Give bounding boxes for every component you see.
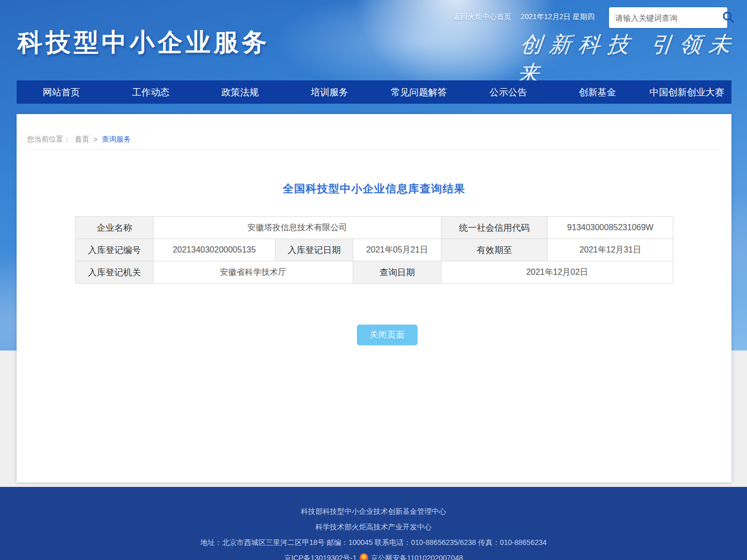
- value-registration-agency: 安徽省科学技术厅: [154, 261, 353, 284]
- torch-center-home-link[interactable]: 返回火炬中心首页: [453, 12, 511, 22]
- top-utility-row: 返回火炬中心首页 2021年12月2日 星期四: [453, 12, 594, 22]
- query-result-table: 企业名称 安徽塔孜信息技术有限公司 统一社会信用代码 9134030008523…: [75, 216, 673, 284]
- nav-item-contest[interactable]: 中国创新创业大赛: [642, 80, 731, 104]
- keyword-search-box: [609, 7, 727, 28]
- nav-item-policy[interactable]: 政策法规: [196, 80, 285, 104]
- label-query-date: 查询日期: [353, 261, 441, 284]
- footer-icp-line: 京ICP备13019302号-1 京公网安备11010202007048: [284, 550, 463, 560]
- table-row: 入库登记机关 安徽省科学技术厅 查询日期 2021年12月02日: [76, 261, 673, 284]
- search-input[interactable]: [609, 13, 722, 22]
- breadcrumb-divider: [27, 149, 721, 150]
- main-navigation: 网站首页 工作动态 政策法规 培训服务 常见问题解答 公示公告 创新基金 中国创…: [17, 80, 731, 104]
- police-registration-number[interactable]: 京公网安备11010202007048: [371, 550, 463, 560]
- table-row: 企业名称 安徽塔孜信息技术有限公司 统一社会信用代码 9134030008523…: [76, 217, 673, 239]
- label-valid-until: 有效期至: [441, 239, 548, 261]
- nav-item-news[interactable]: 工作动态: [106, 80, 195, 104]
- footer-org-line-2: 科学技术部火炬高技术产业开发中心: [315, 519, 432, 535]
- label-credit-code: 统一社会信用代码: [441, 217, 548, 239]
- police-emblem-icon: [359, 553, 368, 560]
- search-icon: [722, 10, 735, 25]
- nav-item-home[interactable]: 网站首页: [17, 80, 106, 104]
- site-logo: 科技型中小企业服务: [18, 26, 270, 59]
- label-registration-agency: 入库登记机关: [76, 261, 154, 284]
- value-registration-date: 2021年05月21日: [353, 239, 441, 261]
- label-registration-date: 入库登记日期: [275, 239, 353, 261]
- close-page-button[interactable]: 关闭页面: [357, 325, 418, 345]
- table-row: 入库登记编号 202134030200005135 入库登记日期 2021年05…: [76, 239, 673, 261]
- label-registration-number: 入库登记编号: [76, 239, 154, 261]
- value-company-name: 安徽塔孜信息技术有限公司: [154, 217, 441, 239]
- breadcrumb-label: 您当前位置：: [27, 135, 71, 144]
- search-button[interactable]: [722, 7, 735, 28]
- breadcrumb-home-link[interactable]: 首页: [75, 135, 89, 144]
- value-valid-until: 2021年12月31日: [548, 239, 673, 261]
- breadcrumb-current-link[interactable]: 查询服务: [102, 135, 131, 144]
- page-title: 全国科技型中小企业信息库查询结果: [17, 181, 731, 196]
- value-registration-number: 202134030200005135: [154, 239, 275, 261]
- content-card: 您当前位置： 首页 > 查询服务 全国科技型中小企业信息库查询结果 企业名称 安…: [17, 114, 731, 482]
- nav-item-fund[interactable]: 创新基金: [553, 80, 642, 104]
- value-credit-code: 91340300085231069W: [548, 217, 673, 239]
- label-company-name: 企业名称: [76, 217, 154, 239]
- footer-contact-line: 地址：北京市西城区三里河二区甲18号 邮编：100045 联系电话：010-88…: [200, 535, 547, 550]
- current-date: 2021年12月2日 星期四: [521, 12, 594, 22]
- breadcrumb: 您当前位置： 首页 > 查询服务: [27, 135, 131, 144]
- footer-org-line-1: 科技部科技型中小企业技术创新基金管理中心: [301, 503, 446, 519]
- nav-item-training[interactable]: 培训服务: [285, 80, 374, 104]
- page-footer: 科技部科技型中小企业技术创新基金管理中心 科学技术部火炬高技术产业开发中心 地址…: [0, 487, 747, 560]
- site-slogan: 创新科技 引领未来: [516, 30, 747, 88]
- nav-item-faq[interactable]: 常见问题解答: [374, 80, 463, 104]
- value-query-date: 2021年12月02日: [441, 261, 673, 284]
- nav-item-notices[interactable]: 公示公告: [463, 80, 552, 104]
- breadcrumb-separator: >: [93, 135, 98, 144]
- icp-number[interactable]: 京ICP备13019302号-1: [284, 550, 356, 560]
